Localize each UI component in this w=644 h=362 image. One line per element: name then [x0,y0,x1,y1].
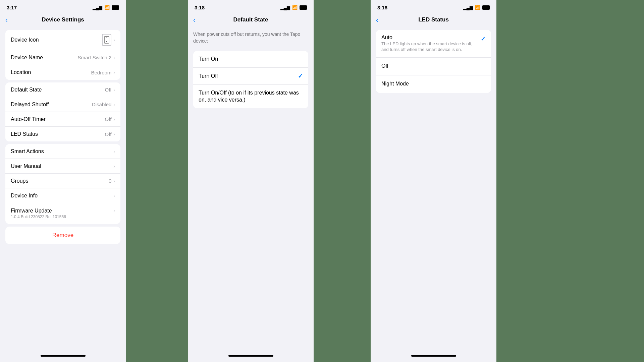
back-button-1[interactable]: ‹ [5,16,8,24]
section-device-states: Default State Off › Delayed Shutoff Disa… [5,82,120,141]
home-indicator-2 [228,355,273,357]
default-state-right: Off › [105,87,115,93]
device-info-label: Device Info [11,193,38,199]
nav-header-3: ‹ LED Status [371,13,496,27]
device-name-chevron: › [113,55,115,60]
led-status-row[interactable]: LED Status Off › [5,127,120,141]
device-info-right: › [113,193,115,198]
default-state-chevron: › [113,87,115,93]
smart-actions-chevron: › [113,149,115,154]
led-night-mode-content: Night Mode [381,81,486,87]
battery-icon-3: 73 [482,5,490,10]
turn-on-off-label: Turn On/Off (to on if its previous state… [199,89,303,104]
firmware-update-subtitle: 1.0.4 Build 230822 Rel.101556 [11,215,66,219]
signal-icon: ▂▄▆ [93,5,102,10]
section-device-basic: Device Icon › Device Name Smart [5,30,120,80]
status-time-3: 3:18 [377,5,387,10]
firmware-update-row[interactable]: Firmware Update 1.0.4 Build 230822 Rel.1… [5,203,120,224]
led-night-mode-label: Night Mode [381,81,486,87]
location-right: Bedroom › [91,70,115,75]
default-state-panel: 3:18 ▂▄▆ 📶 73 ‹ Default State When power… [188,0,314,362]
nav-header-2: ‹ Default State [188,13,314,27]
led-off-label: Off [381,63,486,69]
device-icon-image [102,34,111,46]
location-chevron: › [113,70,115,75]
groups-row[interactable]: Groups 0 › [5,174,120,188]
turn-on-label: Turn On [199,56,303,63]
turn-off-option[interactable]: Turn Off ✓ [193,68,308,85]
led-status-label: LED Status [11,131,38,137]
page-title-1: Device Settings [42,16,84,23]
led-night-mode-option[interactable]: Night Mode [376,75,491,93]
remove-button[interactable]: Remove [5,227,120,244]
svg-rect-2 [106,38,107,38]
device-icon-chevron: › [113,37,115,43]
back-button-3[interactable]: ‹ [376,16,378,24]
wifi-icon-2: 📶 [292,5,298,10]
default-state-row[interactable]: Default State Off › [5,82,120,97]
signal-icon-2: ▂▄▆ [280,5,290,10]
auto-off-timer-value: Off [105,116,112,122]
default-state-options: Turn On Turn Off ✓ Turn On/Off (to on if… [193,51,308,108]
device-icon-row[interactable]: Device Icon › [5,30,120,50]
delayed-shutoff-chevron: › [113,102,115,107]
page-title-2: Default State [233,16,268,23]
auto-off-timer-row[interactable]: Auto-Off Timer Off › [5,112,120,127]
groups-value: 0 [109,178,111,184]
led-auto-label: Auto [381,35,477,41]
status-bar-3: 3:18 ▂▄▆ 📶 73 [371,0,496,13]
delayed-shutoff-label: Delayed Shutoff [11,102,49,108]
firmware-update-right: › [113,208,115,213]
user-manual-chevron: › [113,164,115,169]
panel2-footer [188,355,314,362]
device-name-value: Smart Switch 2 [77,55,111,60]
device-name-row[interactable]: Device Name Smart Switch 2 › [5,50,120,65]
device-settings-panel: 3:17 ▂▄▆ 📶 73 ‹ Device Settings Device I… [0,0,126,362]
device-info-row[interactable]: Device Info › [5,188,120,203]
led-status-value: Off [105,131,112,137]
default-state-description: When power cuts off but returns, you wan… [188,27,314,48]
location-row[interactable]: Location Bedroom › [5,65,120,80]
smart-actions-right: › [113,149,115,154]
auto-off-timer-chevron: › [113,117,115,122]
led-auto-desc: The LED lights up when the smart device … [381,41,477,53]
user-manual-row[interactable]: User Manual › [5,159,120,174]
default-state-label: Default State [11,87,42,93]
device-info-chevron: › [113,193,115,198]
groups-right: 0 › [109,178,115,184]
location-value: Bedroom [91,70,111,75]
settings-scroll[interactable]: Device Icon › Device Name Smart [0,27,126,355]
turn-on-off-option[interactable]: Turn On/Off (to on if its previous state… [193,85,308,108]
device-name-label: Device Name [11,55,43,61]
panel2-spacer [188,111,314,355]
turn-off-label: Turn Off [199,73,298,80]
back-button-2[interactable]: ‹ [193,16,196,24]
smart-actions-label: Smart Actions [11,148,44,155]
auto-off-timer-right: Off › [105,116,115,122]
user-manual-right: › [113,164,115,169]
firmware-update-content: Firmware Update 1.0.4 Build 230822 Rel.1… [11,208,66,219]
home-indicator-3 [411,355,456,357]
led-auto-option[interactable]: Auto The LED lights up when the smart de… [376,30,491,58]
led-status-panel: 3:18 ▂▄▆ 📶 73 ‹ LED Status Auto The LED … [371,0,496,362]
battery-icon-2: 73 [300,5,307,10]
led-status-options: Auto The LED lights up when the smart de… [376,30,491,93]
page-title-3: LED Status [418,16,449,23]
led-status-chevron: › [113,131,115,137]
status-icons-2: ▂▄▆ 📶 73 [280,5,307,10]
led-off-option[interactable]: Off [376,58,491,75]
device-name-right: Smart Switch 2 › [77,55,115,60]
panel1-footer [0,355,126,362]
smart-actions-row[interactable]: Smart Actions › [5,144,120,159]
delayed-shutoff-right: Disabled › [92,102,115,107]
default-state-value: Off [105,87,112,93]
status-time-1: 3:17 [7,5,17,10]
led-off-content: Off [381,63,486,70]
delayed-shutoff-row[interactable]: Delayed Shutoff Disabled › [5,97,120,112]
wifi-icon-3: 📶 [475,5,480,10]
firmware-update-chevron: › [113,208,115,213]
panel3-footer [371,355,496,362]
location-label: Location [11,69,31,75]
turn-on-option[interactable]: Turn On [193,51,308,68]
status-icons-3: ▂▄▆ 📶 73 [463,5,490,10]
